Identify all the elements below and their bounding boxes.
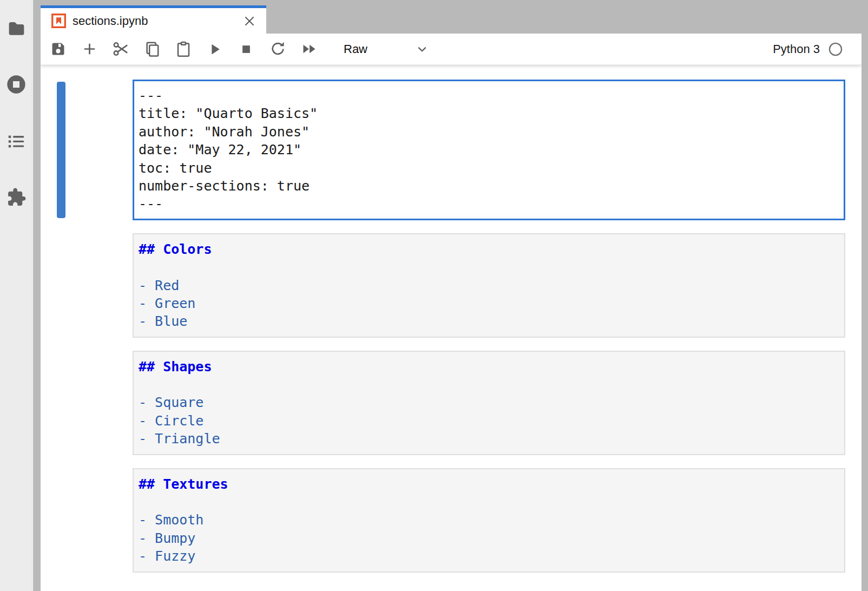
markdown-list-line: - Triangle	[139, 430, 839, 448]
paste-cells-button[interactable]	[175, 39, 192, 60]
code-line: title: "Quarto Basics"	[139, 104, 839, 122]
scissors-icon	[112, 40, 130, 58]
copy-cells-button[interactable]	[143, 39, 161, 60]
sidebar-item-extensions[interactable]	[0, 178, 32, 216]
cell-type-dropdown[interactable]: Raw	[344, 38, 429, 60]
run-all-cells-button[interactable]	[300, 39, 318, 60]
plus-icon	[81, 41, 98, 57]
markdown-cell-editor[interactable]: ## Shapes - Square - Circle - Triangle	[133, 351, 845, 455]
run-cell-button[interactable]	[206, 39, 223, 60]
markdown-cell-editor[interactable]: ## Textures - Smooth - Bumpy - Fuzzy	[133, 468, 845, 573]
blank-line	[139, 258, 839, 276]
save-button[interactable]	[49, 39, 67, 60]
tab-close-button[interactable]	[241, 13, 258, 29]
markdown-cell-textures: ## Textures - Smooth - Bumpy - Fuzzy	[41, 468, 862, 573]
clipboard-icon	[175, 41, 192, 58]
table-of-contents-icon	[6, 132, 26, 151]
markdown-cell-shapes: ## Shapes - Square - Circle - Triangle	[41, 351, 862, 455]
cut-cells-button[interactable]	[112, 39, 129, 60]
cell-collapser[interactable]	[57, 82, 65, 218]
restart-kernel-button[interactable]	[269, 39, 286, 60]
markdown-list-line: - Circle	[139, 412, 839, 430]
kernel-idle-indicator-icon[interactable]	[828, 42, 843, 57]
markdown-cell-colors: ## Colors - Red - Green - Blue	[41, 233, 862, 338]
code-line: ---	[139, 195, 839, 213]
code-line: date: "May 22, 2021"	[139, 141, 839, 159]
blank-line	[139, 376, 839, 393]
tab-title: sections.ipynb	[73, 14, 241, 28]
close-icon	[242, 14, 257, 28]
sidebar-item-toc[interactable]	[0, 122, 32, 160]
folder-icon	[6, 18, 27, 38]
activity-sidebar	[0, 0, 32, 591]
cell-type-value: Raw	[344, 42, 367, 56]
markdown-list-line: - Green	[139, 294, 839, 312]
copy-icon	[143, 41, 161, 58]
interrupt-kernel-button[interactable]	[238, 39, 255, 60]
code-line: ---	[139, 87, 839, 104]
insert-cell-button[interactable]	[81, 39, 98, 60]
chevron-down-icon	[415, 42, 429, 56]
running-sessions-icon	[5, 74, 27, 95]
kernel-name[interactable]: Python 3	[773, 42, 820, 56]
fast-forward-icon	[301, 41, 318, 57]
markdown-list-line: - Square	[139, 393, 839, 411]
puzzle-icon	[6, 187, 27, 207]
markdown-list-line: - Bumpy	[139, 529, 839, 547]
sidebar-item-files[interactable]	[0, 9, 32, 47]
notebook-panel: --- title: "Quarto Basics" author: "Nora…	[41, 65, 862, 591]
cell-collapser[interactable]	[57, 353, 65, 453]
markdown-cell-editor[interactable]: ## Colors - Red - Green - Blue	[133, 233, 845, 338]
code-line: number-sections: true	[139, 177, 839, 195]
markdown-heading-line: ## Colors	[139, 240, 839, 258]
markdown-list-line: - Fuzzy	[139, 547, 839, 565]
tab-bar: sections.ipynb	[41, 0, 868, 34]
tab-sections-ipynb[interactable]: sections.ipynb	[41, 5, 266, 34]
notebook-file-icon	[51, 14, 66, 28]
raw-cell-editor[interactable]: --- title: "Quarto Basics" author: "Nora…	[133, 80, 845, 220]
markdown-list-line: - Smooth	[139, 511, 839, 529]
blank-line	[139, 493, 839, 511]
sidebar-divider	[33, 0, 41, 591]
markdown-list-line: - Blue	[139, 312, 839, 330]
restart-icon	[269, 41, 286, 57]
markdown-heading-line: ## Shapes	[139, 358, 839, 376]
raw-cell-frontmatter: --- title: "Quarto Basics" author: "Nora…	[41, 80, 862, 220]
cell-collapser[interactable]	[57, 235, 65, 336]
kernel-area: Python 3	[773, 42, 862, 57]
markdown-list-line: - Red	[139, 277, 839, 294]
save-icon	[50, 41, 67, 57]
code-line: author: "Norah Jones"	[139, 123, 839, 141]
sidebar-item-running[interactable]	[0, 65, 32, 103]
markdown-heading-line: ## Textures	[139, 475, 839, 493]
cell-collapser[interactable]	[57, 470, 65, 570]
code-line: toc: true	[139, 159, 839, 177]
window-right-edge	[862, 0, 868, 591]
play-icon	[207, 41, 223, 57]
stop-icon	[238, 41, 254, 57]
notebook-toolbar: Raw Python 3	[41, 34, 862, 65]
